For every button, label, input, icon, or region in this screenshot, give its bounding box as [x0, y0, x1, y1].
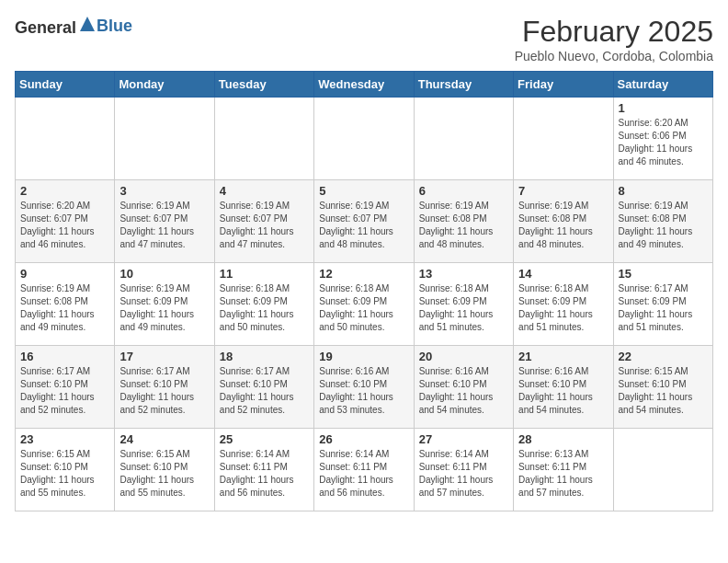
- day-number: 22: [619, 350, 708, 363]
- day-number: 27: [419, 432, 508, 446]
- calendar-cell: 11Sunrise: 6:18 AM Sunset: 6:09 PM Dayli…: [214, 263, 313, 346]
- svg-marker-0: [80, 17, 95, 31]
- calendar-cell: 1Sunrise: 6:20 AM Sunset: 6:06 PM Daylig…: [613, 98, 712, 180]
- calendar-cell: [414, 98, 513, 180]
- calendar-cell: [214, 98, 313, 180]
- day-number: 20: [419, 350, 508, 363]
- day-info: Sunrise: 6:16 AM Sunset: 6:10 PM Dayligh…: [319, 365, 408, 417]
- calendar-cell: 22Sunrise: 6:15 AM Sunset: 6:10 PM Dayli…: [613, 346, 712, 429]
- day-info: Sunrise: 6:19 AM Sunset: 6:08 PM Dayligh…: [619, 200, 708, 251]
- day-info: Sunrise: 6:18 AM Sunset: 6:09 PM Dayligh…: [220, 282, 309, 334]
- day-number: 10: [119, 267, 209, 281]
- day-info: Sunrise: 6:17 AM Sunset: 6:10 PM Dayligh…: [220, 365, 309, 417]
- day-info: Sunrise: 6:17 AM Sunset: 6:10 PM Dayligh…: [119, 365, 209, 417]
- calendar-cell: 23Sunrise: 6:15 AM Sunset: 6:10 PM Dayli…: [16, 429, 115, 511]
- logo: General Blue: [15, 15, 132, 38]
- calendar-cell: 18Sunrise: 6:17 AM Sunset: 6:10 PM Dayli…: [214, 346, 313, 429]
- calendar-day-header: Sunday: [16, 72, 115, 98]
- day-info: Sunrise: 6:20 AM Sunset: 6:07 PM Dayligh…: [20, 200, 109, 251]
- day-number: 28: [518, 432, 608, 446]
- calendar-cell: 26Sunrise: 6:14 AM Sunset: 6:11 PM Dayli…: [314, 429, 414, 511]
- calendar-cell: 21Sunrise: 6:16 AM Sunset: 6:10 PM Dayli…: [514, 346, 613, 429]
- day-info: Sunrise: 6:19 AM Sunset: 6:08 PM Dayligh…: [518, 200, 608, 251]
- calendar-cell: [514, 98, 613, 180]
- day-info: Sunrise: 6:14 AM Sunset: 6:11 PM Dayligh…: [419, 448, 508, 500]
- day-number: 24: [119, 432, 209, 446]
- calendar-cell: 17Sunrise: 6:17 AM Sunset: 6:10 PM Dayli…: [115, 346, 214, 429]
- day-number: 4: [220, 184, 309, 198]
- page-header: General Blue February 2025 Pueblo Nuevo,…: [15, 15, 713, 63]
- day-number: 5: [319, 184, 408, 198]
- day-info: Sunrise: 6:18 AM Sunset: 6:09 PM Dayligh…: [319, 282, 408, 334]
- day-info: Sunrise: 6:16 AM Sunset: 6:10 PM Dayligh…: [518, 365, 608, 417]
- calendar-day-header: Friday: [514, 72, 613, 98]
- day-info: Sunrise: 6:19 AM Sunset: 6:07 PM Dayligh…: [319, 200, 408, 251]
- calendar-cell: 6Sunrise: 6:19 AM Sunset: 6:08 PM Daylig…: [414, 180, 513, 263]
- logo-general: General: [15, 18, 76, 37]
- day-info: Sunrise: 6:19 AM Sunset: 6:08 PM Dayligh…: [419, 200, 508, 251]
- day-number: 21: [518, 350, 608, 363]
- calendar-cell: 24Sunrise: 6:15 AM Sunset: 6:10 PM Dayli…: [115, 429, 214, 511]
- day-info: Sunrise: 6:15 AM Sunset: 6:10 PM Dayligh…: [20, 448, 109, 500]
- day-number: 11: [220, 267, 309, 281]
- day-info: Sunrise: 6:18 AM Sunset: 6:09 PM Dayligh…: [518, 282, 608, 334]
- calendar-cell: 10Sunrise: 6:19 AM Sunset: 6:09 PM Dayli…: [115, 263, 214, 346]
- day-info: Sunrise: 6:14 AM Sunset: 6:11 PM Dayligh…: [319, 448, 408, 500]
- day-number: 2: [20, 184, 109, 198]
- day-info: Sunrise: 6:17 AM Sunset: 6:09 PM Dayligh…: [619, 282, 708, 334]
- calendar-cell: 27Sunrise: 6:14 AM Sunset: 6:11 PM Dayli…: [414, 429, 513, 511]
- day-info: Sunrise: 6:16 AM Sunset: 6:10 PM Dayligh…: [419, 365, 508, 417]
- day-info: Sunrise: 6:18 AM Sunset: 6:09 PM Dayligh…: [419, 282, 508, 334]
- day-number: 9: [20, 267, 109, 281]
- calendar-cell: 8Sunrise: 6:19 AM Sunset: 6:08 PM Daylig…: [613, 180, 712, 263]
- calendar-cell: 4Sunrise: 6:19 AM Sunset: 6:07 PM Daylig…: [214, 180, 313, 263]
- calendar-cell: 7Sunrise: 6:19 AM Sunset: 6:08 PM Daylig…: [514, 180, 613, 263]
- title-section: February 2025 Pueblo Nuevo, Cordoba, Col…: [515, 15, 713, 63]
- day-number: 17: [119, 350, 209, 363]
- calendar-cell: 28Sunrise: 6:13 AM Sunset: 6:11 PM Dayli…: [514, 429, 613, 511]
- day-number: 23: [20, 432, 109, 446]
- day-number: 26: [319, 432, 408, 446]
- logo-blue: Blue: [97, 17, 132, 35]
- day-info: Sunrise: 6:19 AM Sunset: 6:09 PM Dayligh…: [119, 282, 209, 334]
- day-number: 12: [319, 267, 408, 281]
- calendar-day-header: Thursday: [414, 72, 513, 98]
- calendar-cell: [314, 98, 414, 180]
- day-number: 19: [319, 350, 408, 363]
- day-number: 3: [119, 184, 209, 198]
- day-info: Sunrise: 6:19 AM Sunset: 6:07 PM Dayligh…: [119, 200, 209, 251]
- day-info: Sunrise: 6:20 AM Sunset: 6:06 PM Dayligh…: [619, 117, 708, 168]
- day-info: Sunrise: 6:13 AM Sunset: 6:11 PM Dayligh…: [518, 448, 608, 500]
- calendar-cell: 2Sunrise: 6:20 AM Sunset: 6:07 PM Daylig…: [16, 180, 115, 263]
- page-subtitle: Pueblo Nuevo, Cordoba, Colombia: [515, 49, 713, 63]
- day-info: Sunrise: 6:15 AM Sunset: 6:10 PM Dayligh…: [619, 365, 708, 417]
- calendar-cell: 25Sunrise: 6:14 AM Sunset: 6:11 PM Dayli…: [214, 429, 313, 511]
- day-info: Sunrise: 6:15 AM Sunset: 6:10 PM Dayligh…: [119, 448, 209, 500]
- calendar-week-row: 2Sunrise: 6:20 AM Sunset: 6:07 PM Daylig…: [16, 180, 713, 263]
- calendar-cell: 9Sunrise: 6:19 AM Sunset: 6:08 PM Daylig…: [16, 263, 115, 346]
- calendar-cell: 3Sunrise: 6:19 AM Sunset: 6:07 PM Daylig…: [115, 180, 214, 263]
- calendar-week-row: 9Sunrise: 6:19 AM Sunset: 6:08 PM Daylig…: [16, 263, 713, 346]
- calendar-cell: 14Sunrise: 6:18 AM Sunset: 6:09 PM Dayli…: [514, 263, 613, 346]
- logo-icon: [78, 15, 97, 33]
- day-number: 18: [220, 350, 309, 363]
- calendar-header-row: SundayMondayTuesdayWednesdayThursdayFrid…: [16, 72, 713, 98]
- calendar-cell: 16Sunrise: 6:17 AM Sunset: 6:10 PM Dayli…: [16, 346, 115, 429]
- day-number: 14: [518, 267, 608, 281]
- day-info: Sunrise: 6:19 AM Sunset: 6:07 PM Dayligh…: [220, 200, 309, 251]
- calendar-cell: 15Sunrise: 6:17 AM Sunset: 6:09 PM Dayli…: [613, 263, 712, 346]
- calendar-cell: 20Sunrise: 6:16 AM Sunset: 6:10 PM Dayli…: [414, 346, 513, 429]
- calendar-week-row: 1Sunrise: 6:20 AM Sunset: 6:06 PM Daylig…: [16, 98, 713, 180]
- day-number: 1: [619, 101, 708, 115]
- calendar-cell: 5Sunrise: 6:19 AM Sunset: 6:07 PM Daylig…: [314, 180, 414, 263]
- calendar-cell: 13Sunrise: 6:18 AM Sunset: 6:09 PM Dayli…: [414, 263, 513, 346]
- calendar-table: SundayMondayTuesdayWednesdayThursdayFrid…: [15, 71, 713, 511]
- calendar-cell: [613, 429, 712, 511]
- day-number: 13: [419, 267, 508, 281]
- calendar-cell: [115, 98, 214, 180]
- day-number: 6: [419, 184, 508, 198]
- day-number: 8: [619, 184, 708, 198]
- calendar-cell: 19Sunrise: 6:16 AM Sunset: 6:10 PM Dayli…: [314, 346, 414, 429]
- calendar-day-header: Monday: [115, 72, 214, 98]
- page-title: February 2025: [515, 15, 713, 49]
